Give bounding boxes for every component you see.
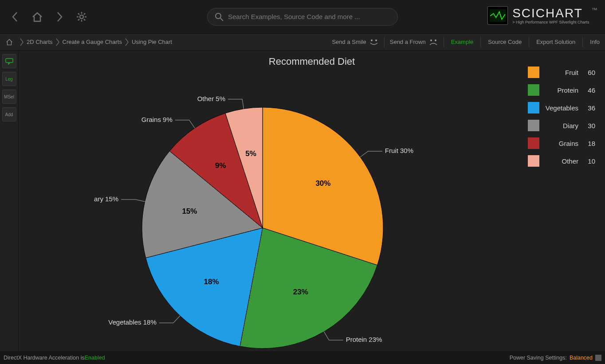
- pie-chart: 30%Fruit 30%23%Protein 23%18%Vegetables …: [94, 82, 431, 356]
- top-toolbar: SCICHART > High Performance WPF Silverli…: [0, 0, 605, 34]
- gear-icon[interactable]: [75, 11, 88, 23]
- status-bar: DirectX Hardware Acceleration is Enabled…: [0, 351, 605, 364]
- status-dx-state: Enabled: [85, 355, 105, 361]
- tool-add[interactable]: Add: [2, 107, 16, 121]
- chart-canvas: Recommended Diet 30%Fruit 30%23%Protein …: [19, 51, 605, 351]
- legend-swatch-fruit: [528, 67, 539, 78]
- breadcrumb-3[interactable]: Using Pie Chart: [132, 39, 172, 45]
- legend-swatch-other: [528, 155, 539, 167]
- tab-export-solution[interactable]: Export Solution: [534, 39, 577, 45]
- chevron-right-icon: [20, 37, 24, 47]
- divider: [444, 37, 444, 47]
- chart-title: Recommended Diet: [19, 56, 605, 67]
- back-icon[interactable]: [9, 11, 21, 23]
- svg-point-8: [430, 39, 432, 41]
- legend-name-other: Other: [539, 157, 580, 165]
- leader-vegetables: [159, 316, 180, 323]
- svg-rect-10: [6, 59, 13, 63]
- tool-annotation[interactable]: [2, 54, 16, 68]
- legend-val-grains: 18: [580, 140, 595, 147]
- search-icon: [215, 12, 224, 21]
- legend-swatch-diary: [528, 120, 539, 131]
- status-dx-prefix: DirectX Hardware Acceleration is: [4, 355, 85, 361]
- legend-val-diary: 30: [580, 122, 595, 129]
- power-indicator-icon[interactable]: [595, 355, 601, 361]
- send-smile-label: Send a Smile: [332, 39, 366, 45]
- slice-label-diary: Diary 15%: [94, 195, 118, 203]
- divider: [480, 37, 481, 47]
- home-icon[interactable]: [31, 11, 43, 23]
- nav-icon-group: [9, 11, 88, 23]
- legend-swatch-vegetables: [528, 102, 539, 114]
- leader-grains: [175, 120, 195, 128]
- brand-logo-area: SCICHART > High Performance WPF Silverli…: [487, 6, 597, 25]
- chevron-right-icon: [125, 37, 129, 47]
- search-input[interactable]: [228, 13, 390, 20]
- slice-label-fruit: Fruit 30%: [385, 147, 413, 154]
- frown-icon: [428, 38, 438, 46]
- divider: [582, 37, 583, 47]
- legend-name-grains: Grains: [539, 140, 580, 147]
- leader-fruit: [360, 151, 382, 157]
- tool-multiselect[interactable]: MSel: [2, 90, 16, 104]
- secondary-bar-right: Send a Smile Send a Frown Example Source…: [332, 37, 601, 47]
- legend-name-fruit: Fruit: [539, 69, 580, 76]
- status-power-state: Balanced: [570, 355, 593, 361]
- breadcrumb-1[interactable]: 2D Charts: [27, 39, 53, 45]
- tab-info[interactable]: Info: [588, 39, 601, 45]
- leader-diary: [121, 200, 145, 202]
- tool-legend[interactable]: Leg: [2, 72, 16, 86]
- divider: [384, 37, 385, 47]
- svg-point-0: [80, 15, 83, 19]
- slice-pct-vegetables: 18%: [204, 278, 219, 286]
- status-right: Power Saving Settings: Balanced: [510, 355, 601, 361]
- chevron-right-icon: [55, 37, 60, 47]
- breadcrumb-home-icon[interactable]: [5, 38, 13, 46]
- leader-other: [228, 99, 244, 109]
- legend-name-diary: Diary: [539, 122, 580, 129]
- secondary-bar: 2D Charts Create a Gauge Charts Using Pi…: [0, 34, 605, 51]
- brand-name: SCICHART: [512, 7, 589, 20]
- legend-swatch-protein: [528, 84, 539, 96]
- svg-point-1: [216, 13, 221, 19]
- tab-example[interactable]: Example: [449, 39, 475, 45]
- slice-label-other: Other 5%: [197, 95, 225, 102]
- svg-line-2: [220, 18, 223, 21]
- brand-mark-icon: [487, 6, 508, 25]
- annotation-icon: [5, 58, 14, 65]
- leader-protein: [324, 332, 343, 340]
- slice-label-protein: Protein 23%: [346, 336, 382, 343]
- left-tool-panel: Leg MSel Add: [0, 51, 19, 351]
- legend-name-vegetables: Vegetables: [539, 104, 580, 112]
- svg-point-7: [375, 39, 377, 41]
- brand-tagline: > High Performance WPF Silverlight Chart…: [512, 20, 589, 24]
- search-input-wrap[interactable]: [207, 8, 398, 26]
- chart-legend: Fruit 60 Protein 46 Vegetables 36 Diary …: [528, 67, 595, 167]
- main-area: Leg MSel Add Recommended Diet 30%Fruit 3…: [0, 51, 605, 351]
- divider: [529, 37, 529, 47]
- slice-pct-grains: 9%: [215, 161, 226, 170]
- legend-val-fruit: 60: [580, 69, 595, 76]
- send-frown-button[interactable]: Send a Frown: [390, 38, 438, 46]
- tab-source-code[interactable]: Source Code: [486, 39, 523, 45]
- slice-pct-fruit: 30%: [315, 179, 330, 188]
- search-container: [207, 8, 398, 26]
- svg-point-9: [435, 39, 436, 41]
- slice-label-vegetables: Vegetables 18%: [108, 318, 156, 326]
- send-smile-button[interactable]: Send a Smile: [332, 38, 378, 46]
- status-power-prefix: Power Saving Settings:: [510, 355, 567, 361]
- slice-label-grains: Grains 9%: [141, 116, 173, 123]
- legend-val-vegetables: 36: [580, 104, 595, 112]
- smile-icon: [369, 38, 379, 46]
- brand-trademark: TM: [592, 7, 597, 11]
- legend-name-protein: Protein: [539, 86, 580, 94]
- slice-pct-other: 5%: [245, 149, 256, 158]
- slice-pct-diary: 15%: [182, 207, 197, 215]
- legend-val-protein: 46: [580, 86, 595, 94]
- brand-text: SCICHART > High Performance WPF Silverli…: [512, 7, 589, 24]
- forward-icon[interactable]: [53, 11, 66, 23]
- legend-swatch-grains: [528, 137, 539, 149]
- send-frown-label: Send a Frown: [390, 39, 426, 45]
- breadcrumb-2[interactable]: Create a Gauge Charts: [63, 39, 122, 45]
- legend-val-other: 10: [580, 157, 595, 165]
